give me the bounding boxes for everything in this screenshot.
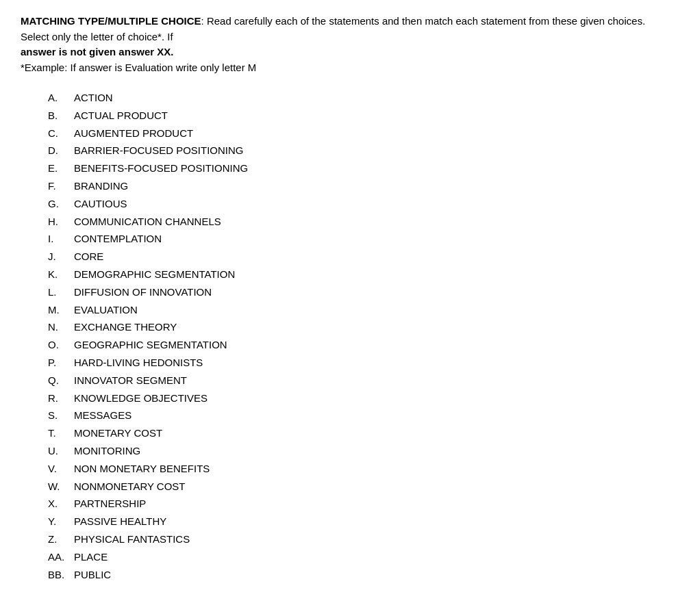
list-item: H.COMMUNICATION CHANNELS bbox=[48, 213, 672, 231]
choice-letter: BB. bbox=[48, 566, 68, 584]
choice-letter: AA. bbox=[48, 548, 68, 566]
choice-text: INNOVATOR SEGMENT bbox=[74, 372, 187, 389]
list-item: G.CAUTIOUS bbox=[48, 195, 672, 213]
choice-letter: E. bbox=[48, 159, 68, 177]
choice-text: PLACE bbox=[74, 548, 108, 566]
choice-letter: S. bbox=[48, 407, 68, 424]
choice-text: COMMUNICATION CHANNELS bbox=[74, 213, 221, 231]
choice-letter: Q. bbox=[48, 372, 68, 389]
choice-text: ACTUAL PRODUCT bbox=[74, 107, 168, 125]
list-item: C.AUGMENTED PRODUCT bbox=[48, 125, 672, 142]
list-item: AA.PLACE bbox=[48, 548, 672, 566]
choice-text: ACTION bbox=[74, 89, 113, 107]
choice-text: MONITORING bbox=[74, 442, 140, 460]
choice-text: AUGMENTED PRODUCT bbox=[74, 125, 193, 142]
list-item: BB.PUBLIC bbox=[48, 566, 672, 584]
choice-letter: O. bbox=[48, 336, 68, 354]
choice-letter: M. bbox=[48, 301, 68, 319]
choice-letter: V. bbox=[48, 460, 68, 478]
choice-letter: W. bbox=[48, 478, 68, 496]
choice-text: NON MONETARY BENEFITS bbox=[74, 460, 210, 478]
list-item: D.BARRIER-FOCUSED POSITIONING bbox=[48, 142, 672, 159]
list-item: S.MESSAGES bbox=[48, 407, 672, 424]
list-item: Y.PASSIVE HEALTHY bbox=[48, 513, 672, 530]
choices-list: A.ACTIONB.ACTUAL PRODUCTC.AUGMENTED PROD… bbox=[21, 89, 672, 583]
list-item: L.DIFFUSION OF INNOVATION bbox=[48, 283, 672, 301]
choice-letter: H. bbox=[48, 213, 68, 231]
choice-letter: G. bbox=[48, 195, 68, 213]
choice-text: MESSAGES bbox=[74, 407, 131, 424]
choice-letter: J. bbox=[48, 248, 68, 266]
instruction-title: MATCHING TYPE/MULTIPLE CHOICE bbox=[21, 15, 201, 27]
instruction-line2: answer is not given answer XX. bbox=[21, 46, 173, 57]
choice-text: DIFFUSION OF INNOVATION bbox=[74, 283, 212, 301]
list-item: Z.PHYSICAL FANTASTICS bbox=[48, 530, 672, 548]
choice-letter: X. bbox=[48, 495, 68, 513]
choice-text: PHYSICAL FANTASTICS bbox=[74, 530, 190, 548]
choice-text: BRANDING bbox=[74, 177, 128, 195]
list-item: F.BRANDING bbox=[48, 177, 672, 195]
list-item: R.KNOWLEDGE OBJECTIVES bbox=[48, 389, 672, 407]
choice-text: CONTEMPLATION bbox=[74, 230, 162, 248]
choice-letter: A. bbox=[48, 89, 68, 107]
choice-text: GEOGRAPHIC SEGMENTATION bbox=[74, 336, 227, 354]
list-item: Q.INNOVATOR SEGMENT bbox=[48, 372, 672, 389]
choice-text: CAUTIOUS bbox=[74, 195, 127, 213]
list-item: A.ACTION bbox=[48, 89, 672, 107]
choice-letter: Y. bbox=[48, 513, 68, 530]
list-item: K.DEMOGRAPHIC SEGMENTATION bbox=[48, 266, 672, 283]
choice-letter: K. bbox=[48, 266, 68, 283]
choice-text: BENEFITS-FOCUSED POSITIONING bbox=[74, 159, 248, 177]
choice-text: CORE bbox=[74, 248, 103, 266]
choice-text: PASSIVE HEALTHY bbox=[74, 513, 166, 530]
list-item: M.EVALUATION bbox=[48, 301, 672, 319]
list-item: I.CONTEMPLATION bbox=[48, 230, 672, 248]
list-item: P.HARD-LIVING HEDONISTS bbox=[48, 354, 672, 372]
choice-letter: R. bbox=[48, 389, 68, 407]
choice-letter: L. bbox=[48, 283, 68, 301]
choice-letter: Z. bbox=[48, 530, 68, 548]
choice-text: KNOWLEDGE OBJECTIVES bbox=[74, 389, 207, 407]
choice-letter: B. bbox=[48, 107, 68, 125]
list-item: N.EXCHANGE THEORY bbox=[48, 318, 672, 336]
choice-text: MONETARY COST bbox=[74, 424, 162, 442]
choice-letter: I. bbox=[48, 230, 68, 248]
list-item: W.NONMONETARY COST bbox=[48, 478, 672, 496]
list-item: X.PARTNERSHIP bbox=[48, 495, 672, 513]
list-item: V.NON MONETARY BENEFITS bbox=[48, 460, 672, 478]
choice-text: HARD-LIVING HEDONISTS bbox=[74, 354, 203, 372]
choice-letter: D. bbox=[48, 142, 68, 159]
choice-text: PARTNERSHIP bbox=[74, 495, 146, 513]
choice-letter: P. bbox=[48, 354, 68, 372]
list-item: O.GEOGRAPHIC SEGMENTATION bbox=[48, 336, 672, 354]
choice-letter: N. bbox=[48, 318, 68, 336]
choice-letter: T. bbox=[48, 424, 68, 442]
choice-letter: C. bbox=[48, 125, 68, 142]
choice-text: EVALUATION bbox=[74, 301, 138, 319]
list-item: J.CORE bbox=[48, 248, 672, 266]
list-item: E.BENEFITS-FOCUSED POSITIONING bbox=[48, 159, 672, 177]
choice-text: EXCHANGE THEORY bbox=[74, 318, 177, 336]
choice-text: NONMONETARY COST bbox=[74, 478, 186, 496]
choice-letter: F. bbox=[48, 177, 68, 195]
instruction-example: *Example: If answer is Evaluation write … bbox=[21, 60, 672, 76]
list-item: U.MONITORING bbox=[48, 442, 672, 460]
choice-text: DEMOGRAPHIC SEGMENTATION bbox=[74, 266, 235, 283]
instructions-block: MATCHING TYPE/MULTIPLE CHOICE: Read care… bbox=[21, 14, 672, 75]
choice-letter: U. bbox=[48, 442, 68, 460]
list-item: B.ACTUAL PRODUCT bbox=[48, 107, 672, 125]
choice-text: BARRIER-FOCUSED POSITIONING bbox=[74, 142, 244, 159]
list-item: T.MONETARY COST bbox=[48, 424, 672, 442]
choice-text: PUBLIC bbox=[74, 566, 111, 584]
